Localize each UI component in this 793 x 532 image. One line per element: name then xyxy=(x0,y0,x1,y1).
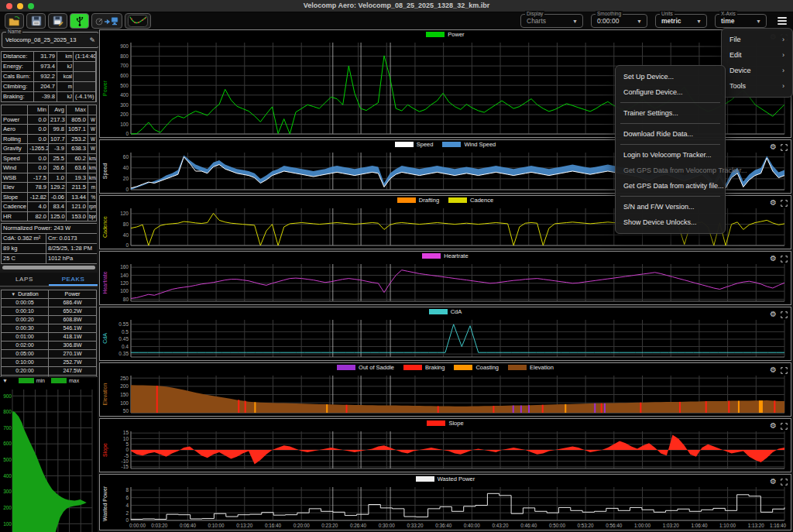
submenu-item[interactable]: Login to Velocomp Tracker... xyxy=(616,147,725,163)
usb-device-button[interactable] xyxy=(70,13,89,29)
peak-row-cell[interactable]: 252.7W xyxy=(49,359,96,366)
peak-row-cell[interactable]: 247.5W xyxy=(49,367,96,375)
x-tick-label: 0:33:20 xyxy=(407,523,424,528)
tab-peaks[interactable]: PEAKS xyxy=(49,273,98,286)
expand-chart-icon-wrap[interactable] xyxy=(781,252,788,266)
wasted-power-plot[interactable]: 02468Wasted Power0:00:000:03:200:06:400:… xyxy=(100,485,791,530)
save-as-button[interactable] xyxy=(48,13,67,29)
svg-text:700: 700 xyxy=(120,63,129,68)
power-analysis-button[interactable] xyxy=(125,13,151,29)
x-tick-label: 0:13:20 xyxy=(236,523,253,528)
chart-settings-gear-icon[interactable]: ⚙ xyxy=(770,477,777,486)
sidebar-scrollbar[interactable] xyxy=(2,266,95,269)
open-file-button[interactable] xyxy=(5,13,24,29)
ride-name-input[interactable]: Velocomp_08_25_2025_13 xyxy=(5,36,89,43)
stripe-braking xyxy=(640,403,641,413)
expand-chart-icon[interactable] xyxy=(781,423,788,430)
x-tick-label: 0:26:40 xyxy=(350,523,367,528)
submenu-item[interactable]: Set Up Device... xyxy=(616,69,725,84)
mam-cell: 805.0 xyxy=(67,115,88,125)
expand-chart-icon[interactable] xyxy=(781,256,788,263)
save-button[interactable] xyxy=(26,13,46,29)
tab-laps[interactable]: LAPS xyxy=(0,273,49,286)
legend-label: Drafting xyxy=(419,197,439,204)
peak-row-cell[interactable]: 306.8W xyxy=(49,342,96,349)
display-select[interactable]: Display Charts ▼ xyxy=(520,14,583,28)
peak-row-cell[interactable]: 270.1W xyxy=(49,350,96,358)
expand-chart-icon[interactable] xyxy=(781,479,788,486)
chart-settings-gear-icon[interactable]: ⚙ xyxy=(770,198,777,208)
svg-text:400: 400 xyxy=(3,473,12,479)
expand-chart-icon-wrap[interactable] xyxy=(781,363,788,377)
menu-item-device[interactable]: Device› xyxy=(722,63,792,78)
units-select[interactable]: Units metric ▼ xyxy=(655,14,707,28)
peak-row-cell[interactable]: 0:20:00 xyxy=(2,367,48,375)
stripe-braking xyxy=(705,401,707,413)
device-submenu: Set Up Device...Configure Device...Train… xyxy=(615,65,726,234)
zoom-window-button[interactable] xyxy=(28,3,34,9)
peak-row-cell[interactable]: 0:00:05 xyxy=(2,299,48,307)
smoothing-select[interactable]: Smoothing 0:00:00 ▼ xyxy=(591,14,647,28)
chart-settings-gear-icon[interactable]: ⚙ xyxy=(770,366,777,375)
expand-chart-icon-wrap[interactable] xyxy=(781,140,788,154)
x-tick-label: 0:56:40 xyxy=(606,523,623,528)
slope-plot[interactable]: -15-10-5051015Slope xyxy=(100,429,791,472)
expand-chart-icon[interactable] xyxy=(781,200,788,207)
peaks-header-cell[interactable]: Power xyxy=(49,290,96,298)
legend-swatch xyxy=(508,365,527,370)
stat-cell: kcal xyxy=(57,72,73,81)
peak-row-cell[interactable]: 0:10:00 xyxy=(2,359,48,366)
power-duration-legend: minmax xyxy=(0,378,98,383)
xaxis-select[interactable]: X-Axis time ▼ xyxy=(715,14,767,28)
submenu-item[interactable]: S/N and F/W Version... xyxy=(616,199,725,215)
chart-settings-gear-icon[interactable]: ⚙ xyxy=(770,142,777,152)
heartrate-plot[interactable]: 80100120140160Heartrate xyxy=(100,262,791,304)
peak-row-cell[interactable]: 546.1W xyxy=(49,324,96,332)
menu-item-edit[interactable]: Edit› xyxy=(722,47,792,63)
peak-row-cell[interactable]: 0:00:10 xyxy=(2,307,48,315)
submenu-item[interactable]: Trainer Settings... xyxy=(616,105,725,121)
mam-cell: 60.2 xyxy=(67,154,88,163)
expand-chart-icon-wrap[interactable] xyxy=(781,196,788,210)
peak-row-cell[interactable]: 0:05:00 xyxy=(2,350,48,358)
mam-cell: 121.0 xyxy=(67,202,88,211)
menu-item-file[interactable]: File› xyxy=(722,32,792,47)
expand-chart-icon[interactable] xyxy=(781,311,788,318)
peak-row-cell[interactable]: 418.1W xyxy=(49,333,96,341)
stripe-braking xyxy=(493,406,494,413)
cda-plot[interactable]: 0.350.40.450.50.55CdA xyxy=(100,317,791,360)
close-window-button[interactable] xyxy=(6,3,12,9)
peak-row-cell[interactable]: 686.4W xyxy=(49,299,96,307)
hamburger-menu-button[interactable] xyxy=(776,15,788,27)
menu-item-tools[interactable]: Tools› xyxy=(722,78,792,94)
minimize-window-button[interactable] xyxy=(17,3,23,9)
peak-row-cell[interactable]: 0:01:00 xyxy=(2,333,48,341)
expand-chart-icon[interactable] xyxy=(781,144,788,151)
chart-settings-gear-icon[interactable]: ⚙ xyxy=(770,421,777,431)
peak-row-cell[interactable]: 0:02:00 xyxy=(2,342,48,349)
stripe-out_of_saddle xyxy=(520,406,522,413)
expand-chart-icon-wrap[interactable] xyxy=(781,307,788,321)
download-ride-button[interactable] xyxy=(91,13,122,29)
edit-name-icon[interactable]: ✎ xyxy=(89,36,95,44)
chart-settings-gear-icon[interactable]: ⚙ xyxy=(770,254,777,263)
submenu-item[interactable]: Get GPS Data from activity file... xyxy=(616,178,725,194)
smoothing-select-label: Smoothing xyxy=(596,11,623,16)
submenu-item[interactable]: Show Device Unlocks... xyxy=(616,215,725,230)
submenu-item[interactable]: Download Ride Data... xyxy=(616,126,725,142)
ride-name-box[interactable]: Name Velocomp_08_25_2025_13 ✎ xyxy=(2,32,99,48)
pd-legend-entry: min xyxy=(19,378,45,383)
peak-row-cell[interactable]: 650.2W xyxy=(49,307,96,315)
expand-chart-icon-wrap[interactable] xyxy=(781,475,788,489)
submenu-item[interactable]: Configure Device... xyxy=(616,84,725,100)
peaks-header-cell[interactable]: ▼Duration xyxy=(2,290,48,298)
expand-chart-icon[interactable] xyxy=(781,367,788,374)
peak-row-cell[interactable]: 608.8W xyxy=(49,316,96,324)
expand-chart-icon-wrap[interactable] xyxy=(781,419,788,433)
stripe-braking xyxy=(346,405,348,413)
peak-row-cell[interactable]: 0:00:20 xyxy=(2,316,48,324)
elevation-plot[interactable]: 50100150200250Elevation xyxy=(100,373,791,416)
peak-row-cell[interactable]: 0:00:30 xyxy=(2,324,48,332)
chart-settings-gear-icon[interactable]: ⚙ xyxy=(770,310,777,319)
mam-header-cell xyxy=(2,105,27,115)
